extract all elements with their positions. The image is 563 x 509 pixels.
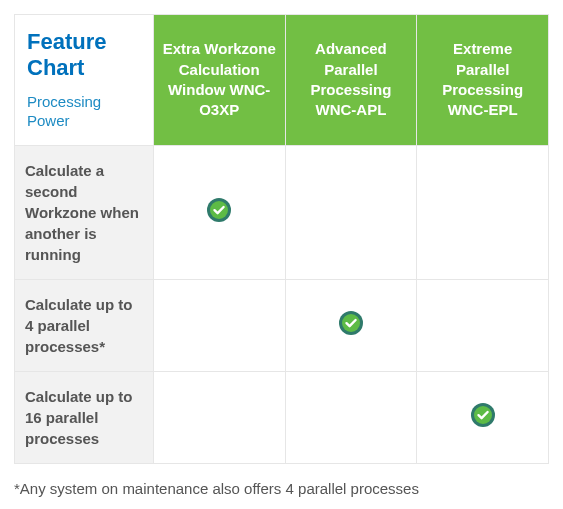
table-row: Calculate a second Workzone when another…: [15, 145, 549, 279]
page-title: Feature Chart: [27, 29, 141, 82]
check-icon: [339, 311, 363, 335]
feature-table-body: Calculate a second Workzone when another…: [15, 145, 549, 463]
plan-header-wnc-o3xp: Extra Workzone Calculation Window WNC-O3…: [153, 15, 285, 146]
availability-cell: [417, 371, 549, 463]
footnote: *Any system on maintenance also offers 4…: [14, 478, 549, 499]
feature-chart-table: Feature Chart Processing Power Extra Wor…: [14, 14, 549, 464]
feature-label: Calculate up to 4 parallel processes*: [15, 279, 154, 371]
availability-cell: [153, 371, 285, 463]
table-row: Calculate up to 16 parallel processes: [15, 371, 549, 463]
page-subtitle: Processing Power: [27, 92, 141, 131]
table-row: Calculate up to 4 parallel processes*: [15, 279, 549, 371]
plan-header-wnc-apl: Advanced Parallel Processing WNC-APL: [285, 15, 417, 146]
check-icon: [207, 198, 231, 222]
availability-cell: [417, 279, 549, 371]
feature-label: Calculate a second Workzone when another…: [15, 145, 154, 279]
availability-cell: [153, 145, 285, 279]
availability-cell: [285, 145, 417, 279]
availability-cell: [285, 371, 417, 463]
svg-point-3: [342, 314, 360, 332]
availability-cell: [417, 145, 549, 279]
table-corner-header: Feature Chart Processing Power: [15, 15, 154, 146]
check-icon: [471, 403, 495, 427]
availability-cell: [285, 279, 417, 371]
feature-label: Calculate up to 16 parallel processes: [15, 371, 154, 463]
plan-header-wnc-epl: Extreme Parallel Processing WNC-EPL: [417, 15, 549, 146]
availability-cell: [153, 279, 285, 371]
svg-point-1: [210, 201, 228, 219]
svg-point-5: [474, 406, 492, 424]
